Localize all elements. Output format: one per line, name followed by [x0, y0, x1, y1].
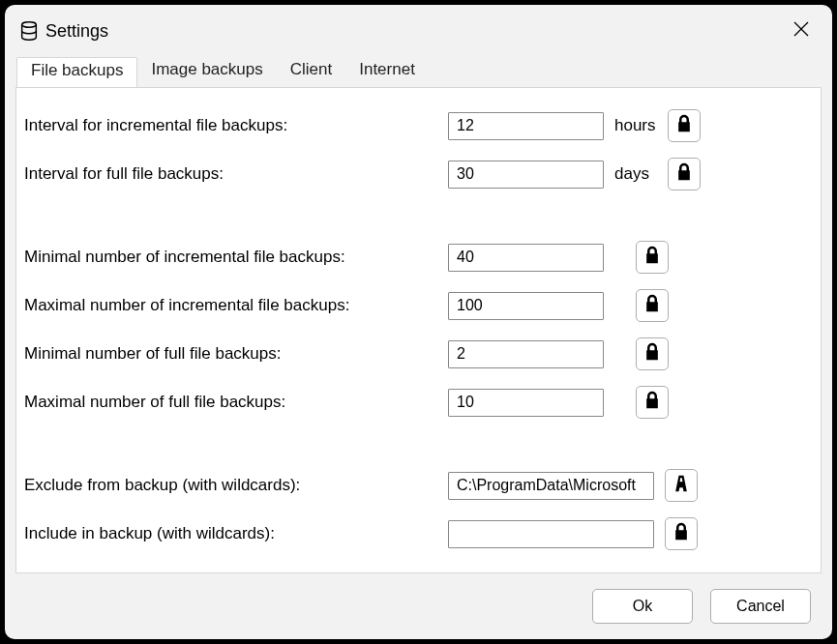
close-button[interactable]	[782, 12, 821, 50]
lock-icon	[643, 390, 662, 416]
lock-button-max-incremental[interactable]	[636, 289, 669, 322]
input-interval-incremental[interactable]	[448, 112, 604, 140]
tab-internet[interactable]: Internet	[345, 57, 429, 87]
input-exclude[interactable]	[448, 472, 654, 500]
row-exclude: Exclude from backup (with wildcards):	[24, 469, 813, 502]
label-interval-incremental: Interval for incremental file backups:	[24, 116, 448, 135]
lock-icon	[643, 341, 662, 367]
lock-button-min-incremental[interactable]	[636, 241, 669, 274]
ok-button[interactable]: Ok	[592, 589, 693, 624]
input-max-incremental[interactable]	[448, 292, 604, 320]
svg-point-0	[22, 22, 37, 28]
input-include[interactable]	[448, 520, 654, 548]
input-min-incremental[interactable]	[448, 244, 604, 272]
unit-days: days	[604, 164, 657, 184]
lock-icon	[643, 245, 662, 271]
unit-hours: hours	[604, 116, 657, 135]
tabs: File backups Image backups Client Intern…	[5, 57, 832, 87]
label-exclude: Exclude from backup (with wildcards):	[24, 476, 448, 495]
label-max-incremental: Maximal number of incremental file backu…	[24, 296, 448, 315]
row-interval-incremental: Interval for incremental file backups: h…	[24, 109, 813, 142]
lock-button-interval-incremental[interactable]	[668, 109, 701, 142]
lock-icon	[674, 113, 694, 139]
footer: Ok Cancel	[5, 573, 832, 639]
row-interval-full: Interval for full file backups: days	[24, 158, 813, 190]
row-min-full: Minimal number of full file backups:	[24, 337, 813, 370]
input-max-full[interactable]	[448, 389, 604, 417]
database-icon	[18, 20, 40, 42]
label-min-full: Minimal number of full file backups:	[24, 344, 448, 364]
row-include: Include in backup (with wildcards):	[24, 517, 813, 550]
window-title: Settings	[45, 21, 108, 42]
lock-button-exclude[interactable]	[665, 469, 698, 502]
label-include: Include in backup (with wildcards):	[24, 524, 448, 543]
close-icon	[793, 21, 809, 41]
label-min-incremental: Minimal number of incremental file backu…	[24, 248, 448, 267]
road-icon	[672, 473, 691, 499]
tab-panel: Interval for incremental file backups: h…	[15, 87, 822, 573]
lock-icon	[674, 161, 694, 188]
lock-button-include[interactable]	[665, 517, 698, 550]
tab-client[interactable]: Client	[277, 57, 345, 87]
input-min-full[interactable]	[448, 340, 604, 368]
row-min-incremental: Minimal number of incremental file backu…	[24, 241, 813, 274]
tab-file-backups[interactable]: File backups	[16, 57, 137, 88]
tab-image-backups[interactable]: Image backups	[137, 57, 276, 87]
cancel-button[interactable]: Cancel	[710, 589, 811, 624]
titlebar: Settings	[5, 5, 832, 57]
lock-button-max-full[interactable]	[636, 386, 669, 419]
lock-icon	[672, 521, 691, 547]
settings-window: Settings File backups Image backups Clie…	[5, 5, 832, 639]
label-interval-full: Interval for full file backups:	[24, 164, 448, 184]
lock-button-min-full[interactable]	[636, 337, 669, 370]
lock-button-interval-full[interactable]	[668, 158, 701, 190]
input-interval-full[interactable]	[448, 161, 604, 189]
lock-icon	[643, 293, 662, 319]
label-max-full: Maximal number of full file backups:	[24, 393, 448, 412]
row-max-full: Maximal number of full file backups:	[24, 386, 813, 419]
row-max-incremental: Maximal number of incremental file backu…	[24, 289, 813, 322]
